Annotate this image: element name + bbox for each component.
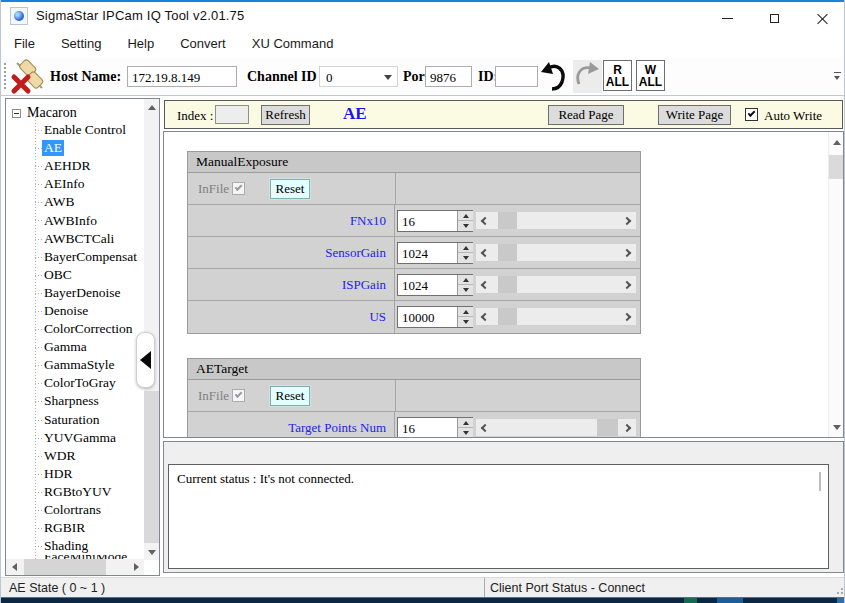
content-vscroll-thumb[interactable] [829, 155, 844, 179]
reset-button[interactable]: Reset [270, 179, 310, 199]
value-spinbox[interactable]: 16 [397, 417, 473, 438]
infile-checkbox[interactable] [232, 182, 245, 195]
tree-horizontal-scrollbar[interactable] [6, 559, 144, 575]
host-name-input[interactable] [127, 66, 237, 87]
spin-down-button[interactable] [458, 253, 473, 263]
tree-vertical-scrollbar[interactable] [144, 99, 159, 560]
slider-left-arrow[interactable] [476, 276, 492, 293]
slider-thumb[interactable] [597, 419, 618, 436]
tree-item[interactable]: ColorToGray [6, 374, 144, 392]
tree-item[interactable]: Saturation [6, 411, 144, 429]
log-scroll-up-icon[interactable] [819, 472, 821, 490]
tree-item[interactable]: Shading [6, 537, 144, 555]
menu-xu-command[interactable]: XU Command [239, 32, 347, 55]
tree-item[interactable]: BayerCompensat [6, 248, 144, 266]
tree-item[interactable]: BayerDenoise [6, 284, 144, 302]
spin-up-button[interactable] [458, 275, 473, 285]
tree-item[interactable]: ColorCorrection [6, 320, 144, 338]
tree-item[interactable]: Enable Control [6, 121, 144, 139]
spin-up-button[interactable] [458, 307, 473, 317]
spin-down-button[interactable] [458, 221, 473, 231]
menu-convert[interactable]: Convert [167, 32, 239, 55]
slider-right-arrow[interactable] [620, 419, 636, 436]
slider-thumb[interactable] [498, 212, 517, 229]
tree-item[interactable]: YUVGamma [6, 429, 144, 447]
value-spinbox[interactable]: 10000 [397, 306, 473, 328]
write-all-button[interactable]: W ALL [636, 60, 665, 91]
slider-right-arrow[interactable] [620, 276, 636, 293]
tree-item[interactable]: AEInfo [6, 175, 144, 193]
resize-grip[interactable] [833, 584, 843, 594]
tree-item[interactable]: Sharpness [6, 392, 144, 410]
value-slider[interactable] [476, 308, 636, 325]
spin-up-button[interactable] [458, 418, 473, 428]
value-slider[interactable] [476, 419, 636, 436]
tree-item[interactable]: AWBInfo [6, 211, 144, 229]
tree-item[interactable]: Denoise [6, 302, 144, 320]
scroll-right-icon[interactable] [128, 559, 144, 575]
spin-up-button[interactable] [458, 211, 473, 221]
scroll-left-icon[interactable] [6, 559, 22, 575]
tree-item[interactable]: Colortrans [6, 501, 144, 519]
spin-down-button[interactable] [458, 428, 473, 438]
slider-thumb[interactable] [498, 276, 517, 293]
undo-button[interactable] [537, 60, 570, 93]
tree-item[interactable]: RGBIR [6, 519, 144, 537]
tree-item[interactable]: OBC [6, 266, 144, 284]
menu-file[interactable]: File [1, 32, 48, 55]
toolbar-gripper[interactable] [4, 63, 6, 90]
read-page-button[interactable]: Read Page [548, 105, 624, 125]
tree-item[interactable]: GammaStyle [6, 356, 144, 374]
close-button[interactable] [798, 4, 845, 32]
tree-root[interactable]: Macaron [12, 104, 77, 122]
slider-thumb[interactable] [498, 244, 517, 261]
port-input[interactable] [425, 66, 472, 87]
content-vertical-scrollbar[interactable] [828, 132, 843, 437]
value-spinbox[interactable]: 1024 [397, 242, 473, 264]
scroll-up-icon[interactable] [144, 99, 159, 115]
scroll-down-icon[interactable] [144, 544, 159, 560]
write-page-button[interactable]: Write Page [658, 105, 731, 125]
spin-up-button[interactable] [458, 243, 473, 253]
tree-item[interactable]: AWBCTCali [6, 230, 144, 248]
value-slider[interactable] [476, 212, 636, 229]
tree-item[interactable]: RGBtoYUV [6, 483, 144, 501]
slider-thumb[interactable] [498, 308, 517, 325]
slider-right-arrow[interactable] [620, 308, 636, 325]
spin-down-button[interactable] [458, 317, 473, 327]
spin-down-button[interactable] [458, 285, 473, 295]
slider-left-arrow[interactable] [476, 244, 492, 261]
collapse-minus-icon[interactable] [12, 109, 21, 118]
slider-right-arrow[interactable] [620, 212, 636, 229]
tree-item[interactable]: Gamma [6, 338, 144, 356]
slider-right-arrow[interactable] [620, 244, 636, 261]
tree-item[interactable]: AEHDR [6, 157, 144, 175]
menu-help[interactable]: Help [114, 32, 167, 55]
tree-vscroll-thumb[interactable] [144, 391, 159, 543]
tree-item[interactable]: AWB [6, 193, 144, 211]
panel-collapse-button[interactable] [136, 332, 155, 388]
read-all-button[interactable]: R ALL [603, 60, 632, 91]
refresh-button[interactable]: Refresh [261, 105, 310, 125]
reset-button[interactable]: Reset [270, 386, 310, 406]
disconnect-icon[interactable] [10, 58, 47, 95]
minimize-button[interactable] [704, 4, 751, 32]
toolbar-overflow-button[interactable] [832, 70, 844, 85]
auto-write-checkbox[interactable] [745, 108, 758, 121]
redo-button[interactable] [573, 60, 602, 93]
tree-item[interactable]: HDR [6, 465, 144, 483]
value-spinbox[interactable]: 16 [397, 210, 473, 232]
value-spinbox[interactable]: 1024 [397, 274, 473, 296]
slider-left-arrow[interactable] [476, 308, 492, 325]
menu-setting[interactable]: Setting [48, 32, 114, 55]
slider-left-arrow[interactable] [476, 419, 492, 436]
channel-id-select[interactable]: 0 [319, 66, 398, 87]
title-bar[interactable]: SigmaStar IPCam IQ Tool v2.01.75 [1, 2, 845, 30]
tree-hscroll-thumb[interactable] [24, 559, 106, 575]
tree-item[interactable]: AE [6, 139, 144, 157]
id-input[interactable] [495, 66, 538, 87]
scroll-down-icon[interactable] [829, 419, 844, 435]
value-slider[interactable] [476, 276, 636, 293]
value-slider[interactable] [476, 244, 636, 261]
infile-checkbox[interactable] [232, 389, 245, 402]
